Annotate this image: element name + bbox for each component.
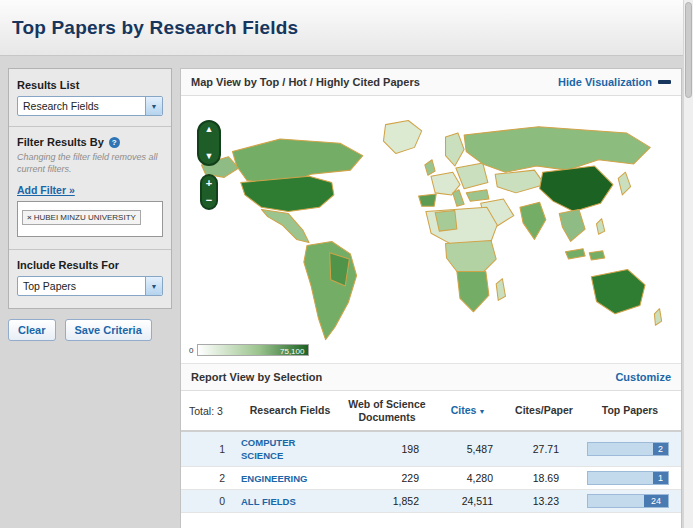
pan-down-icon[interactable]: ▼ xyxy=(205,152,214,161)
add-filter-link[interactable]: Add Filter » xyxy=(17,184,75,196)
rank-cell: 1 xyxy=(189,443,241,455)
save-criteria-button[interactable]: Save Criteria xyxy=(65,319,152,341)
map-view[interactable]: ▲ ▼ + − 0 75,100 xyxy=(181,96,681,364)
map-region-india[interactable] xyxy=(520,202,546,239)
chevron-down-icon[interactable]: ▼ xyxy=(145,97,162,115)
column-header-documents[interactable]: Web of Science Documents xyxy=(339,398,435,423)
top-papers-value: 2 xyxy=(653,443,668,455)
map-region-china[interactable] xyxy=(540,166,613,211)
map-pan-control[interactable]: ▲ ▼ xyxy=(197,120,221,166)
include-results-value: Top Papers xyxy=(23,280,76,292)
include-results-label: Include Results For xyxy=(17,259,163,271)
legend-min-label: 0 xyxy=(189,346,193,355)
chevron-down-icon[interactable]: ▼ xyxy=(145,277,162,295)
filter-tag[interactable]: ×HUBEI MINZU UNIVERSITY xyxy=(22,210,141,225)
table-row: 0 ALL FIELDS 1,852 24,511 13.23 24 xyxy=(181,490,681,513)
map-region-japan[interactable] xyxy=(618,172,630,195)
map-region-italy[interactable] xyxy=(453,190,464,207)
zoom-in-icon[interactable]: + xyxy=(206,178,212,189)
divider xyxy=(9,249,171,250)
map-region-turkey[interactable] xyxy=(466,190,489,201)
map-region-philippines[interactable] xyxy=(596,219,604,235)
map-region-new-zealand[interactable] xyxy=(654,309,661,326)
pan-up-icon[interactable]: ▲ xyxy=(205,125,214,134)
world-map[interactable] xyxy=(187,108,673,346)
zoom-out-icon[interactable]: − xyxy=(206,195,212,206)
map-region-central-asia[interactable] xyxy=(495,170,545,193)
map-region-madagascar[interactable] xyxy=(496,279,505,301)
help-icon[interactable]: ? xyxy=(109,137,120,148)
cites-per-paper-cell: 27.71 xyxy=(501,443,587,455)
results-list-label: Results List xyxy=(17,79,163,91)
table-header-row: Total: 3 Research Fields Web of Science … xyxy=(181,391,681,432)
collapse-icon[interactable] xyxy=(658,80,671,84)
vertical-scrollbar[interactable] xyxy=(683,0,693,528)
map-legend: 0 75,100 xyxy=(189,344,309,356)
sidebar-panel: Results List Research Fields ▼ Filter Re… xyxy=(8,68,172,309)
divider xyxy=(9,126,171,127)
cites-cell: 24,511 xyxy=(435,495,501,507)
scrollbar-thumb[interactable] xyxy=(685,2,692,98)
remove-filter-icon[interactable]: × xyxy=(27,213,32,222)
map-region-brazil[interactable] xyxy=(330,253,350,286)
field-link[interactable]: ALL FIELDS xyxy=(241,496,296,507)
documents-cell: 198 xyxy=(339,443,435,455)
documents-cell: 1,852 xyxy=(339,495,435,507)
top-papers-bar: 24 xyxy=(587,494,669,508)
field-link[interactable]: ENGINEERING xyxy=(241,473,308,484)
total-count: Total: 3 xyxy=(189,405,241,417)
report-table: Total: 3 Research Fields Web of Science … xyxy=(181,391,681,513)
results-list-value: Research Fields xyxy=(23,100,99,112)
map-region-spain[interactable] xyxy=(419,194,437,206)
results-list-select[interactable]: Research Fields ▼ xyxy=(17,96,163,116)
filter-tag-box: ×HUBEI MINZU UNIVERSITY xyxy=(17,201,163,237)
top-papers-value: 24 xyxy=(644,495,668,507)
column-header-top-papers[interactable]: Top Papers xyxy=(587,404,673,417)
filter-by-label: Filter Results By xyxy=(17,136,104,148)
cites-cell: 5,487 xyxy=(435,443,501,455)
column-header-research-fields[interactable]: Research Fields xyxy=(241,404,339,417)
cites-per-paper-cell: 18.69 xyxy=(501,472,587,484)
map-region-southern-africa[interactable] xyxy=(457,271,489,311)
map-section-header: Map View by Top / Hot / Highly Cited Pap… xyxy=(181,69,681,96)
map-region-australia[interactable] xyxy=(591,269,645,313)
filter-note: Changing the filter field removes all cu… xyxy=(17,152,163,175)
table-row: 2 ENGINEERING 229 4,280 18.69 1 xyxy=(181,467,681,490)
table-row: 1 COMPUTER SCIENCE 198 5,487 27.71 2 xyxy=(181,432,681,467)
top-papers-value: 1 xyxy=(653,472,668,484)
map-region-east-europe[interactable] xyxy=(456,163,488,189)
map-region-algeria[interactable] xyxy=(435,210,457,231)
clear-button[interactable]: Clear xyxy=(8,319,56,341)
cites-per-paper-cell: 13.23 xyxy=(501,495,587,507)
sidebar: Results List Research Fields ▼ Filter Re… xyxy=(8,68,172,341)
column-header-cites-per-paper[interactable]: Cites/Paper xyxy=(501,404,587,417)
sort-desc-icon: ▼ xyxy=(478,408,485,415)
documents-cell: 229 xyxy=(339,472,435,484)
map-region-indonesia-east[interactable] xyxy=(589,251,605,260)
map-region-scandinavia[interactable] xyxy=(446,133,465,166)
map-zoom-control[interactable]: + − xyxy=(200,174,218,210)
column-header-cites[interactable]: Cites▼ xyxy=(435,404,501,417)
rank-cell: 0 xyxy=(189,495,241,507)
map-region-russia[interactable] xyxy=(464,127,650,172)
map-region-greenland[interactable] xyxy=(383,120,421,153)
map-region-central-africa[interactable] xyxy=(446,240,497,274)
map-region-usa[interactable] xyxy=(241,176,334,211)
map-region-se-asia[interactable] xyxy=(559,209,585,241)
field-link[interactable]: COMPUTER SCIENCE xyxy=(241,437,295,461)
page-header: Top Papers by Research Fields xyxy=(0,0,683,56)
map-region-mexico[interactable] xyxy=(261,209,309,242)
report-section-title: Report View by Selection xyxy=(191,371,322,383)
map-region-uk[interactable] xyxy=(425,160,435,176)
report-section-header: Report View by Selection Customize xyxy=(181,364,681,391)
legend-gradient-bar: 75,100 xyxy=(197,344,309,356)
hide-visualization-link[interactable]: Hide Visualization xyxy=(558,76,652,88)
page-title: Top Papers by Research Fields xyxy=(0,0,683,39)
include-results-select[interactable]: Top Papers ▼ xyxy=(17,276,163,296)
top-papers-bar: 2 xyxy=(587,442,669,456)
legend-max-label: 75,100 xyxy=(280,347,304,356)
cites-cell: 4,280 xyxy=(435,472,501,484)
map-region-indonesia-west[interactable] xyxy=(565,249,585,259)
customize-link[interactable]: Customize xyxy=(615,371,671,383)
rank-cell: 2 xyxy=(189,472,241,484)
